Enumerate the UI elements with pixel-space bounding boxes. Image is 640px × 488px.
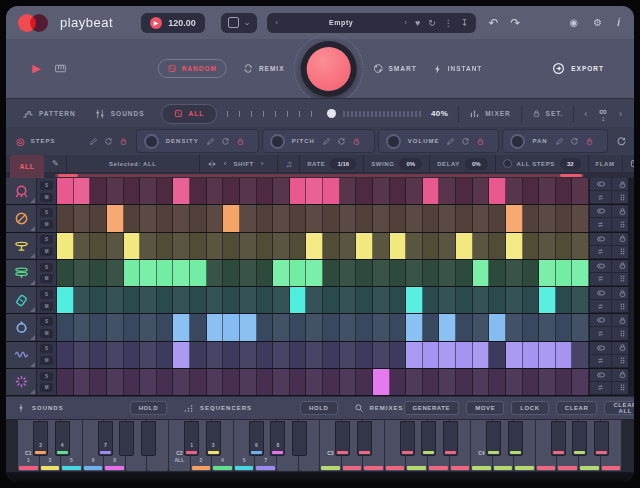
black-key[interactable] [119,421,134,456]
step-cell[interactable] [423,342,440,368]
black-key[interactable]: 1 [184,421,199,456]
step-cell[interactable] [107,342,124,368]
step-cell[interactable] [157,233,174,259]
step-cell[interactable] [74,260,91,286]
step-cell[interactable] [124,287,141,313]
main-knob[interactable] [301,41,357,97]
step-cell[interactable] [140,178,157,204]
step-cell[interactable] [107,260,124,286]
step-cell[interactable] [107,178,124,204]
mute-button[interactable]: M [40,274,53,283]
info-icon[interactable]: i [617,17,620,28]
step-cell[interactable] [439,342,456,368]
step-cell[interactable] [140,342,157,368]
step-cell[interactable] [340,233,357,259]
step-cell[interactable] [390,287,407,313]
refresh-icon[interactable] [104,137,113,146]
step-cell[interactable] [57,287,74,313]
step-cell[interactable] [306,369,323,395]
step-cell[interactable] [406,233,423,259]
step-cell[interactable] [506,205,523,231]
step-cell[interactable] [306,287,323,313]
step-cell[interactable] [223,287,240,313]
step-cell[interactable] [489,342,506,368]
step-cell[interactable] [124,178,141,204]
tag-button[interactable] [590,233,612,246]
step-cell[interactable] [306,314,323,340]
step-cell[interactable] [207,178,224,204]
redo-button[interactable]: ↷ [510,16,520,30]
pencil-icon[interactable] [555,137,564,146]
step-cell[interactable] [506,260,523,286]
step-cell[interactable] [140,287,157,313]
step-cell[interactable] [290,287,307,313]
step-cell[interactable] [257,205,274,231]
tag-button[interactable] [590,178,612,191]
note-icon[interactable]: ♫ [285,159,292,169]
clear-all-button[interactable]: CLEAR ALL [604,401,634,415]
lock-button[interactable]: LOCK [511,401,548,415]
sounds-page-button[interactable]: SOUNDS [16,403,64,413]
step-cell[interactable] [456,233,473,259]
step-cell[interactable] [173,260,190,286]
swap-button[interactable] [590,218,612,231]
step-cell[interactable] [506,342,523,368]
step-cell[interactable] [157,260,174,286]
step-cell[interactable] [207,342,224,368]
swap-button[interactable] [590,273,612,286]
step-cell[interactable] [539,314,556,340]
step-cell[interactable] [539,178,556,204]
step-cell[interactable] [190,178,207,204]
preset-next-button[interactable]: › [405,19,407,26]
step-cell[interactable] [257,314,274,340]
pencil-icon[interactable] [206,137,215,146]
step-cell[interactable] [340,260,357,286]
step-cell[interactable] [572,314,589,340]
black-key[interactable]: 7 [98,421,113,456]
step-cell[interactable] [173,287,190,313]
mute-button[interactable]: M [40,329,53,338]
black-key[interactable] [551,421,566,456]
bpm-value[interactable]: 120.00 [168,18,196,28]
swap-button[interactable] [590,246,612,259]
step-cell[interactable] [489,178,506,204]
tag-button[interactable] [590,287,612,300]
swap-button[interactable] [590,327,612,340]
step-cell[interactable] [273,369,290,395]
step-cell[interactable] [257,287,274,313]
step-cell[interactable] [523,178,540,204]
step-cell[interactable] [107,205,124,231]
step-cell[interactable] [473,287,490,313]
step-cell[interactable] [406,178,423,204]
track-hihat-closed-button[interactable] [6,233,37,259]
black-key[interactable] [486,421,501,456]
step-cell[interactable] [439,369,456,395]
step-cell[interactable] [423,205,440,231]
step-cell[interactable] [556,260,573,286]
black-key[interactable]: 8 [270,421,285,456]
solo-button[interactable]: S [40,344,53,353]
refresh-icon[interactable] [221,137,230,146]
step-cell[interactable] [473,205,490,231]
step-cell[interactable] [323,314,340,340]
tag-button[interactable] [590,260,612,273]
step-cell[interactable] [323,233,340,259]
step-cell[interactable] [124,369,141,395]
step-cell[interactable] [74,369,91,395]
step-cell[interactable] [340,205,357,231]
step-cell[interactable] [57,314,74,340]
step-cell[interactable] [456,178,473,204]
shift-left-button[interactable]: ‹ [224,159,227,168]
step-cell[interactable] [90,233,107,259]
step-cell[interactable] [539,205,556,231]
track-clap-button[interactable] [6,369,37,395]
pattern-tab[interactable]: PATTERN [22,108,76,120]
step-cell[interactable] [439,233,456,259]
step-cell[interactable] [273,233,290,259]
black-key[interactable]: 2 [33,421,48,456]
step-cell[interactable] [356,205,373,231]
step-cell[interactable] [157,205,174,231]
step-cell[interactable] [157,287,174,313]
black-key[interactable] [400,421,415,456]
step-cell[interactable] [572,260,589,286]
